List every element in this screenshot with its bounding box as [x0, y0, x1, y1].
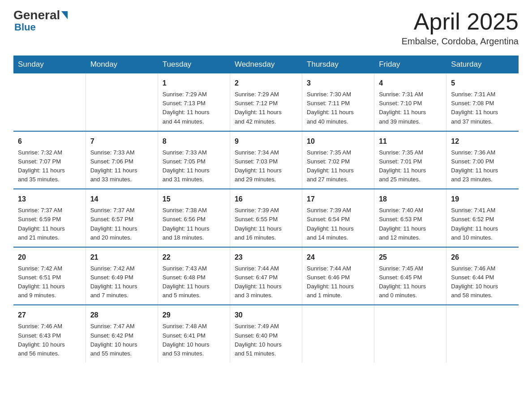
location: Embalse, Cordoba, Argentina — [402, 36, 519, 47]
col-tuesday: Tuesday — [158, 56, 230, 73]
calendar-cell: 17Sunrise: 7:39 AMSunset: 6:54 PMDayligh… — [302, 189, 374, 247]
day-number: 21 — [90, 252, 153, 263]
month-title: April 2025 — [402, 9, 519, 34]
calendar-cell: 23Sunrise: 7:44 AMSunset: 6:47 PMDayligh… — [230, 247, 302, 305]
day-info: Sunrise: 7:38 AMSunset: 6:56 PMDaylight:… — [163, 206, 225, 242]
calendar-cell: 22Sunrise: 7:43 AMSunset: 6:48 PMDayligh… — [158, 247, 230, 305]
day-info: Sunrise: 7:39 AMSunset: 6:55 PMDaylight:… — [235, 206, 297, 242]
day-info: Sunrise: 7:34 AMSunset: 7:03 PMDaylight:… — [235, 148, 297, 184]
col-monday: Monday — [86, 56, 158, 73]
calendar-cell: 14Sunrise: 7:37 AMSunset: 6:57 PMDayligh… — [86, 189, 158, 247]
day-info: Sunrise: 7:43 AMSunset: 6:48 PMDaylight:… — [163, 264, 225, 300]
day-number: 17 — [307, 194, 369, 205]
calendar-cell — [13, 73, 86, 131]
day-number: 29 — [163, 310, 225, 321]
day-number: 2 — [235, 78, 297, 89]
calendar-week-row: 20Sunrise: 7:42 AMSunset: 6:51 PMDayligh… — [13, 247, 519, 305]
day-info: Sunrise: 7:42 AMSunset: 6:49 PMDaylight:… — [90, 264, 153, 300]
day-number: 12 — [451, 136, 514, 147]
day-number: 1 — [163, 78, 225, 89]
calendar-cell — [86, 73, 158, 131]
col-saturday: Saturday — [446, 56, 519, 73]
day-info: Sunrise: 7:46 AMSunset: 6:43 PMDaylight:… — [18, 322, 81, 358]
calendar-cell — [374, 305, 446, 363]
col-wednesday: Wednesday — [230, 56, 302, 73]
day-number: 18 — [379, 194, 442, 205]
day-info: Sunrise: 7:37 AMSunset: 6:57 PMDaylight:… — [90, 206, 153, 242]
day-info: Sunrise: 7:42 AMSunset: 6:51 PMDaylight:… — [18, 264, 81, 300]
day-number: 10 — [307, 136, 369, 147]
calendar-cell: 15Sunrise: 7:38 AMSunset: 6:56 PMDayligh… — [158, 189, 230, 247]
calendar-table: Sunday Monday Tuesday Wednesday Thursday… — [13, 56, 519, 363]
day-info: Sunrise: 7:47 AMSunset: 6:42 PMDaylight:… — [90, 322, 153, 358]
day-number: 27 — [18, 310, 81, 321]
calendar-cell: 21Sunrise: 7:42 AMSunset: 6:49 PMDayligh… — [86, 247, 158, 305]
day-info: Sunrise: 7:44 AMSunset: 6:46 PMDaylight:… — [307, 264, 369, 300]
day-number: 24 — [307, 252, 369, 263]
day-number: 15 — [163, 194, 225, 205]
calendar-cell: 30Sunrise: 7:49 AMSunset: 6:40 PMDayligh… — [230, 305, 302, 363]
calendar-cell — [302, 305, 374, 363]
day-info: Sunrise: 7:29 AMSunset: 7:12 PMDaylight:… — [235, 90, 297, 126]
day-info: Sunrise: 7:31 AMSunset: 7:08 PMDaylight:… — [451, 90, 514, 126]
calendar-cell: 20Sunrise: 7:42 AMSunset: 6:51 PMDayligh… — [13, 247, 86, 305]
day-info: Sunrise: 7:35 AMSunset: 7:02 PMDaylight:… — [307, 148, 369, 184]
day-number: 16 — [235, 194, 297, 205]
calendar-cell: 28Sunrise: 7:47 AMSunset: 6:42 PMDayligh… — [86, 305, 158, 363]
calendar-cell: 1Sunrise: 7:29 AMSunset: 7:13 PMDaylight… — [158, 73, 230, 131]
day-number: 8 — [163, 136, 225, 147]
calendar-cell: 18Sunrise: 7:40 AMSunset: 6:53 PMDayligh… — [374, 189, 446, 247]
day-number: 26 — [451, 252, 514, 263]
day-number: 6 — [18, 136, 81, 147]
calendar-cell: 29Sunrise: 7:48 AMSunset: 6:41 PMDayligh… — [158, 305, 230, 363]
calendar-cell — [446, 305, 519, 363]
day-number: 14 — [90, 194, 153, 205]
day-info: Sunrise: 7:32 AMSunset: 7:07 PMDaylight:… — [18, 148, 81, 184]
calendar-cell: 27Sunrise: 7:46 AMSunset: 6:43 PMDayligh… — [13, 305, 86, 363]
day-info: Sunrise: 7:37 AMSunset: 6:59 PMDaylight:… — [18, 206, 81, 242]
calendar-cell: 6Sunrise: 7:32 AMSunset: 7:07 PMDaylight… — [13, 131, 86, 189]
day-info: Sunrise: 7:46 AMSunset: 6:44 PMDaylight:… — [451, 264, 514, 300]
calendar-cell: 11Sunrise: 7:35 AMSunset: 7:01 PMDayligh… — [374, 131, 446, 189]
day-number: 23 — [235, 252, 297, 263]
logo: General Blue — [13, 9, 69, 33]
calendar-cell: 25Sunrise: 7:45 AMSunset: 6:45 PMDayligh… — [374, 247, 446, 305]
day-number: 7 — [90, 136, 153, 147]
day-number: 25 — [379, 252, 442, 263]
calendar-cell: 10Sunrise: 7:35 AMSunset: 7:02 PMDayligh… — [302, 131, 374, 189]
day-info: Sunrise: 7:48 AMSunset: 6:41 PMDaylight:… — [163, 322, 225, 358]
day-info: Sunrise: 7:36 AMSunset: 7:00 PMDaylight:… — [451, 148, 514, 184]
day-number: 5 — [451, 78, 514, 89]
day-number: 3 — [307, 78, 369, 89]
day-number: 22 — [163, 252, 225, 263]
day-info: Sunrise: 7:39 AMSunset: 6:54 PMDaylight:… — [307, 206, 369, 242]
logo-arrow-icon — [61, 11, 68, 19]
calendar-week-row: 6Sunrise: 7:32 AMSunset: 7:07 PMDaylight… — [13, 131, 519, 189]
calendar-cell: 19Sunrise: 7:41 AMSunset: 6:52 PMDayligh… — [446, 189, 519, 247]
day-number: 30 — [235, 310, 297, 321]
calendar-cell: 24Sunrise: 7:44 AMSunset: 6:46 PMDayligh… — [302, 247, 374, 305]
logo-blue-text: Blue — [14, 21, 36, 33]
calendar-cell: 8Sunrise: 7:33 AMSunset: 7:05 PMDaylight… — [158, 131, 230, 189]
col-friday: Friday — [374, 56, 446, 73]
calendar-cell: 9Sunrise: 7:34 AMSunset: 7:03 PMDaylight… — [230, 131, 302, 189]
col-thursday: Thursday — [302, 56, 374, 73]
page-header: General Blue April 2025 Embalse, Cordoba… — [13, 9, 519, 47]
calendar-week-row: 27Sunrise: 7:46 AMSunset: 6:43 PMDayligh… — [13, 305, 519, 363]
day-number: 20 — [18, 252, 81, 263]
day-info: Sunrise: 7:49 AMSunset: 6:40 PMDaylight:… — [235, 322, 297, 358]
day-number: 4 — [379, 78, 442, 89]
day-number: 11 — [379, 136, 442, 147]
day-info: Sunrise: 7:40 AMSunset: 6:53 PMDaylight:… — [379, 206, 442, 242]
day-info: Sunrise: 7:29 AMSunset: 7:13 PMDaylight:… — [163, 90, 225, 126]
calendar-cell: 12Sunrise: 7:36 AMSunset: 7:00 PMDayligh… — [446, 131, 519, 189]
calendar-week-row: 13Sunrise: 7:37 AMSunset: 6:59 PMDayligh… — [13, 189, 519, 247]
calendar-header-row: Sunday Monday Tuesday Wednesday Thursday… — [13, 56, 519, 73]
col-sunday: Sunday — [13, 56, 86, 73]
title-block: April 2025 Embalse, Cordoba, Argentina — [402, 9, 519, 47]
day-number: 9 — [235, 136, 297, 147]
day-info: Sunrise: 7:44 AMSunset: 6:47 PMDaylight:… — [235, 264, 297, 300]
day-number: 28 — [90, 310, 153, 321]
day-number: 13 — [18, 194, 81, 205]
day-info: Sunrise: 7:35 AMSunset: 7:01 PMDaylight:… — [379, 148, 442, 184]
